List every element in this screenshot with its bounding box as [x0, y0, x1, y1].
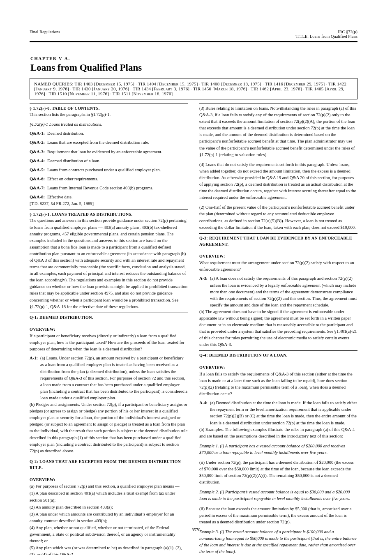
section-rule: [30, 210, 188, 210]
qa-toc-term: Q&A-4:: [30, 158, 45, 164]
qa-toc-item: Q&A-6:Effect on other requirements.: [30, 176, 188, 182]
list-item: (1) A plan described in section 401(a) w…: [30, 490, 188, 503]
body-text: (2) One-half of the present value of the…: [199, 204, 357, 230]
qa-toc-desc: Effect on other requirements.: [47, 176, 188, 182]
qa-toc-desc: Requirement that loan be evidenced by an…: [47, 149, 188, 155]
qa-toc-item: Q&A-2:Loans that are excepted from the d…: [30, 139, 188, 146]
list-item: (2) An annuity plan described in section…: [30, 504, 188, 511]
header-right-line2: TITLE: Loans from Qualified Plans: [296, 34, 357, 39]
qa-toc-term: Q&A-3:: [30, 149, 45, 155]
qa-toc-item: Q&A-8:Effective date.: [30, 194, 188, 200]
body-text: (a) For purposes of section 72(p) and th…: [30, 483, 188, 490]
example-text: Example 2. (i) Participant’s vested acco…: [199, 489, 357, 502]
section-heading: § 1.72(p)-1. LOANS TREATED AS DISTRIBUTI…: [30, 211, 188, 217]
qa-toc: Q&A-1:Deemed distribution.Q&A-2:Loans th…: [30, 130, 188, 200]
def-term: A-1:: [30, 355, 38, 401]
qa-toc-desc: Loans from contracts purchased under a q…: [47, 167, 188, 173]
page-header: Final Regulations IRC §72(p) TITLE: Loan…: [30, 30, 357, 39]
body-text: (b) The agreement does not have to be si…: [199, 309, 357, 348]
subheading: OVERVIEW:: [30, 326, 188, 332]
subheading: OVERVIEW:: [30, 477, 188, 483]
body-text: §1.72(p)-1 Loans treated as distribution…: [30, 121, 188, 128]
body-text: This section lists the paragraphs in §1.…: [30, 111, 188, 118]
section-rule: [199, 104, 357, 104]
qa-toc-desc: Deemed distribution.: [47, 130, 188, 137]
section-heading: Q-3: REQUIREMENT THAT LOAN BE EVIDENCED …: [199, 235, 357, 247]
qa-toc-item: Q&A-7:Loans from Internal Revenue Code s…: [30, 185, 188, 191]
qa-toc-term: Q&A-8:: [30, 194, 45, 200]
body-text: If a loan fails to satisfy the requireme…: [199, 371, 357, 397]
body-columns: § 1.72(p)-0. TABLE OF CONTENTS. This sec…: [30, 101, 357, 555]
section-heading: Q-1: DEEMED DISTRIBUTION.: [30, 314, 188, 320]
section-heading: § 1.72(p)-0. TABLE OF CONTENTS.: [30, 105, 188, 111]
qa-toc-desc: Loans that are excepted from the deemed …: [47, 139, 188, 146]
qa-toc-term: Q&A-2:: [30, 139, 45, 146]
section-rule: [30, 104, 188, 104]
definition: A-3: (a) A loan does not satisfy the req…: [199, 275, 357, 308]
def-term: A-3:: [199, 275, 208, 308]
def-body: (a) A loan does not satisfy the requirem…: [210, 275, 357, 308]
section-rule: [199, 233, 357, 234]
body-text: (d) Loans that do not satisfy the requir…: [199, 161, 357, 201]
example-text: Example 1. (i) A participant has a veste…: [199, 443, 357, 456]
chapter-label: CHAPTER V-A.: [30, 56, 357, 61]
example-text: Example 3. (i) The vested account balanc…: [199, 529, 357, 555]
definition: A-1: (a) Loans. Under section 72(p), an …: [30, 355, 188, 401]
section-rule: [30, 313, 188, 313]
header-left: Final Regulations: [30, 30, 60, 39]
subheading: OVERVIEW:: [199, 364, 357, 371]
named-queries-box: NAMED QUERIES: TIR 1403 [December 15, 19…: [30, 78, 357, 99]
list-item: (5) Any plan which was (or was determine…: [30, 545, 188, 555]
section-heading: Q-2: LOANS THAT ARE EXCEPTED FROM THE DE…: [30, 458, 188, 471]
qa-toc-desc: Deemed distribution of a loan.: [47, 158, 188, 164]
body-text: What requirement must the arrangement un…: [199, 260, 357, 273]
def-term: A-4:: [199, 400, 208, 426]
section-heading: Q-4: DEEMED DISTRIBUTION OF A LOAN.: [199, 352, 357, 358]
chapter-title: Loans from Qualified Plans: [30, 62, 357, 73]
qa-toc-term: Q&A-6:: [30, 176, 45, 182]
example-text: (ii) Because the loan exceeds the amount…: [199, 506, 357, 525]
named-queries-title: NAMED QUERIES: [34, 81, 72, 86]
qa-toc-term: Q&A-5:: [30, 167, 45, 173]
subheading: OVERVIEW:: [199, 253, 357, 259]
qa-toc-desc: Loans from Internal Revenue Code section…: [47, 185, 188, 191]
body-text: (b) Pledges and assignments. Under secti…: [30, 401, 188, 454]
header-right: IRC §72(p) TITLE: Loans from Qualified P…: [296, 30, 357, 39]
header-right-line1: IRC §72(p): [296, 30, 357, 34]
qa-toc-item: Q&A-4:Deemed distribution of a loan.: [30, 158, 188, 164]
qa-toc-term: Q&A-1:: [30, 130, 45, 137]
right-column: (3) Rules relating to limitation on loan…: [199, 101, 357, 555]
page-number: 3570: [0, 527, 392, 532]
section-rule: [199, 350, 357, 351]
body-text: (3) Rules relating to limitation on loan…: [199, 105, 357, 158]
qa-toc-item: Q&A-5:Loans from contracts purchased und…: [30, 167, 188, 173]
section-rule: [30, 457, 188, 457]
list-item: (3) A plan under which amounts are contr…: [30, 511, 188, 524]
header-rule: [30, 41, 357, 42]
def-body: (a) Loans. Under section 72(p), an amoun…: [40, 355, 188, 401]
body-text: [T.D. 8237, 54 FR 272, Jan. 5, 1989]: [30, 200, 188, 207]
example-text: (ii) Under section 72(p), the participan…: [199, 459, 357, 486]
list: (1) A plan described in section 401(a) w…: [30, 490, 188, 555]
qa-toc-term: Q&A-7:: [30, 185, 45, 191]
body-text: (b) Examples. The following examples ill…: [199, 426, 357, 440]
qa-toc-desc: Effective date.: [47, 194, 188, 200]
qa-toc-item: Q&A-3:Requirement that loan be evidenced…: [30, 149, 188, 155]
def-body: (a) Deemed distribution at the time the …: [210, 400, 357, 426]
body-text: The questions and answers in this sectio…: [30, 217, 188, 310]
qa-toc-item: Q&A-1:Deemed distribution.: [30, 130, 188, 137]
definition: A-4: (a) Deemed distribution at the time…: [199, 400, 357, 426]
left-column: § 1.72(p)-0. TABLE OF CONTENTS. This sec…: [30, 101, 188, 555]
body-text: If a participant or beneficiary receives…: [30, 333, 188, 352]
